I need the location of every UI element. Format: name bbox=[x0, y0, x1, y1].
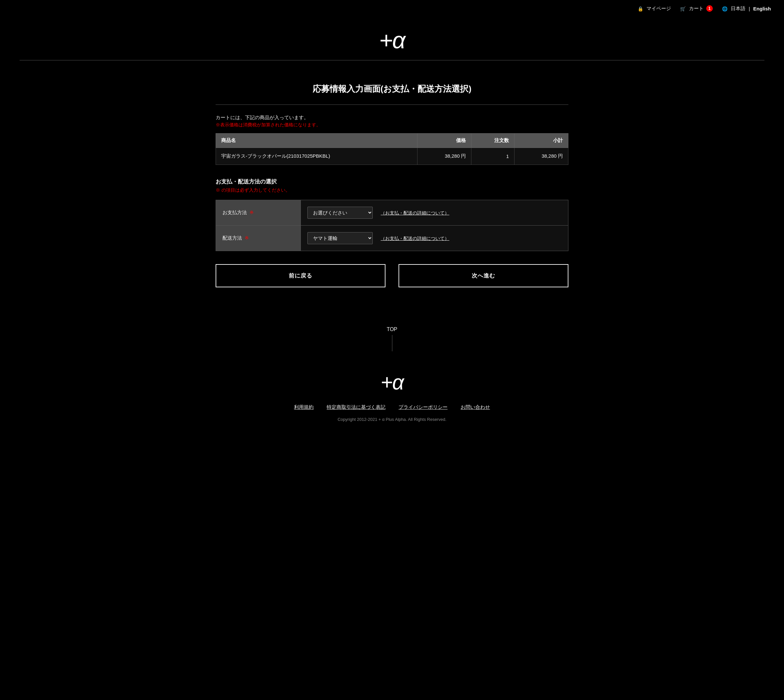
payment-method-input-cell: お選びくださいクレジットカード銀行振込コンビニ払い （お支払・配送の詳細について… bbox=[301, 200, 568, 226]
mypage-link[interactable]: マイページ bbox=[638, 5, 671, 12]
delivery-detail-link[interactable]: （お支払・配送の詳細について） bbox=[381, 236, 449, 241]
delivery-method-label: 配送方法 bbox=[222, 235, 242, 241]
site-logo[interactable]: +α bbox=[0, 27, 784, 53]
main-content: 応募情報入力画面(お支払・配送方法選択) カートには、下記の商品が入っています。… bbox=[196, 60, 588, 320]
back-button[interactable]: 前に戻る bbox=[216, 264, 386, 287]
lock-icon bbox=[638, 6, 645, 12]
lang-ja[interactable]: 日本語 bbox=[731, 5, 746, 12]
price-cell: 38,280 円 bbox=[418, 148, 471, 165]
required-note-text: の項目は必ず入力してください。 bbox=[221, 187, 290, 193]
payment-detail-link[interactable]: （お支払・配送の詳細について） bbox=[381, 210, 449, 215]
payment-required-mark: ※ bbox=[249, 210, 254, 215]
button-row: 前に戻る 次へ進む bbox=[216, 264, 568, 287]
footer-link-item[interactable]: お問い合わせ bbox=[461, 404, 490, 410]
required-note: ※ の項目は必ず入力してください。 bbox=[216, 187, 568, 193]
lang-divider: | bbox=[749, 6, 750, 12]
cart-link[interactable]: カート 1 bbox=[680, 5, 713, 12]
cart-count-badge: 1 bbox=[706, 5, 713, 12]
col-header-subtotal: 小計 bbox=[514, 133, 568, 148]
header: マイページ カート 1 日本語 | English bbox=[0, 0, 784, 17]
col-header-price: 価格 bbox=[418, 133, 471, 148]
table-row: 宇宙ガラス-ブラックオパール(210317025PBKBL) 38,280 円 … bbox=[216, 148, 568, 165]
cart-icon bbox=[680, 6, 687, 12]
cart-info-notice: ※表示価格は消費税が加算された価格になります。 bbox=[216, 122, 568, 128]
delivery-method-label-cell: 配送方法 ※ bbox=[216, 226, 301, 251]
product-table: 商品名 価格 注文数 小計 宇宙ガラス-ブラックオパール(210317025PB… bbox=[216, 133, 568, 165]
footer: +α 利用規約特定商取引法に基づく表記プライバシーポリシーお問い合わせ Copy… bbox=[0, 357, 784, 428]
page-title: 応募情報入力画面(お支払・配送方法選択) bbox=[216, 73, 568, 105]
product-name-cell: 宇宙ガラス-ブラックオパール(210317025PBKBL) bbox=[216, 148, 418, 165]
footer-links: 利用規約特定商取引法に基づく表記プライバシーポリシーお問い合わせ bbox=[0, 404, 784, 410]
footer-copyright: Copyright 2012-2021 + α Plus Alpha. All … bbox=[0, 417, 784, 422]
delivery-required-mark: ※ bbox=[245, 235, 249, 241]
lang-en[interactable]: English bbox=[753, 6, 771, 12]
top-line-divider bbox=[392, 335, 392, 351]
delivery-method-input-cell: ヤマト運輸佐川急便ゆうパック （お支払・配送の詳細について） bbox=[301, 226, 568, 251]
lang-switcher: 日本語 | English bbox=[722, 5, 771, 12]
delivery-method-select[interactable]: ヤマト運輸佐川急便ゆうパック bbox=[308, 232, 373, 244]
mypage-label: マイページ bbox=[647, 5, 671, 12]
next-button[interactable]: 次へ進む bbox=[398, 264, 568, 287]
header-nav: マイページ カート 1 日本語 | English bbox=[638, 5, 771, 12]
top-link[interactable]: TOP bbox=[0, 327, 784, 332]
cart-label: カート bbox=[689, 5, 704, 12]
footer-link-item[interactable]: プライバシーポリシー bbox=[398, 404, 448, 410]
col-header-quantity: 注文数 bbox=[471, 133, 514, 148]
footer-logo: +α bbox=[0, 370, 784, 394]
footer-link-item[interactable]: 利用規約 bbox=[294, 404, 314, 410]
subtotal-cell: 38,280 円 bbox=[514, 148, 568, 165]
required-star: ※ bbox=[216, 187, 220, 193]
cart-info-text: カートには、下記の商品が入っています。 bbox=[216, 115, 568, 121]
payment-method-label: お支払方法 bbox=[222, 210, 247, 215]
quantity-cell: 1 bbox=[471, 148, 514, 165]
col-header-product-name: 商品名 bbox=[216, 133, 418, 148]
payment-method-select[interactable]: お選びくださいクレジットカード銀行振込コンビニ払い bbox=[308, 207, 373, 219]
site-logo-area: +α bbox=[0, 17, 784, 60]
payment-section-title: お支払・配送方法の選択 bbox=[216, 178, 568, 185]
language-icon bbox=[722, 6, 729, 12]
footer-top-area: TOP bbox=[0, 320, 784, 357]
footer-link-item[interactable]: 特定商取引法に基づく表記 bbox=[327, 404, 386, 410]
form-table: お支払方法 ※ お選びくださいクレジットカード銀行振込コンビニ払い （お支払・配… bbox=[216, 200, 568, 251]
payment-method-label-cell: お支払方法 ※ bbox=[216, 200, 301, 226]
